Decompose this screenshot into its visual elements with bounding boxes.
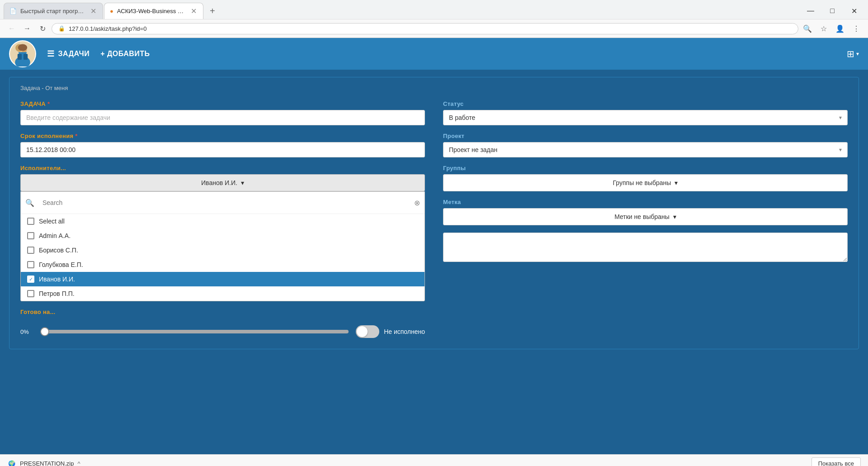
new-tab-button[interactable]: + [204, 3, 221, 19]
multiselect-container: Иванов И.И. ▾ 🔍 ⊗ [20, 174, 425, 301]
svg-rect-5 [24, 54, 28, 60]
browser-tab-2[interactable]: ● АСКИЗ-Web-Business v1.3 ✕ [104, 3, 203, 19]
clear-search-icon[interactable]: ⊗ [414, 199, 420, 207]
tasks-button[interactable]: ☰ ЗАДАЧИ [47, 49, 90, 59]
list-item[interactable]: Admin А.А. [21, 228, 425, 243]
list-item[interactable]: Петров П.П. [21, 286, 425, 301]
more-icon[interactable]: ⋮ [850, 22, 863, 35]
item-label-select-all: Select all [39, 218, 65, 225]
search-row: 🔍 ⊗ [21, 192, 425, 214]
item-label-admin: Admin А.А. [39, 232, 71, 239]
tab2-close-icon[interactable]: ✕ [191, 7, 197, 15]
checkbox-petrov[interactable] [27, 290, 34, 297]
deadline-input[interactable] [20, 142, 425, 157]
task-input[interactable] [20, 110, 425, 125]
add-button[interactable]: + ДОБАВИТЬ [100, 50, 150, 58]
performers-label: Исполнители... [20, 165, 425, 171]
browser-tab-1[interactable]: 📄 Быстрый старт программы Аск... ✕ [4, 3, 103, 19]
address-bar[interactable]: 🔒 127.0.0.1/askiz/task.php?id=0 [52, 23, 798, 34]
toggle-label: Не исполнено [384, 328, 425, 335]
account-icon[interactable]: 👤 [834, 22, 846, 35]
tags-group: Метка Метки не выбраны ▾ [443, 199, 848, 225]
checkbox-select-all[interactable] [27, 218, 34, 225]
download-icon: 🌍 [7, 459, 16, 466]
bottom-bar: 🌍 PRESENTATION.zip ^ Показать все [0, 454, 868, 466]
progress-section: 0% Не исполнено [20, 325, 425, 338]
download-filename: PRESENTATION.zip [20, 460, 74, 466]
project-label: Проект [443, 133, 848, 139]
grid-icon: ⊞ [847, 48, 854, 59]
list-item[interactable]: Select all [21, 214, 425, 228]
tab1-label: Быстрый старт программы Аск... [20, 8, 85, 14]
maximize-button[interactable]: □ [822, 4, 843, 18]
item-label-golubkova: Голубкова Е.П. [39, 261, 83, 268]
tab1-favicon: 📄 [9, 8, 17, 14]
progress-thumb[interactable] [40, 327, 49, 336]
project-select[interactable]: Проект не задан ▾ [443, 142, 848, 157]
search-browser-icon[interactable]: 🔍 [801, 22, 814, 35]
multiselect-button[interactable]: Иванов И.И. ▾ [20, 174, 425, 191]
breadcrumb: Задача - От меня [20, 85, 848, 91]
browser-actions: 🔍 ☆ 👤 ⋮ [801, 22, 863, 35]
tags-value: Метки не выбраны [614, 213, 670, 220]
tasks-icon: ☰ [47, 49, 55, 59]
reload-button[interactable]: ↻ [36, 22, 49, 35]
list-item-selected[interactable]: Иванов И.И. [21, 272, 425, 286]
search-input[interactable] [38, 195, 410, 210]
progress-bar[interactable] [41, 330, 349, 333]
dropdown-list: Select all Admin А.А. Борисов С.П. [21, 214, 425, 301]
app-header: ☰ ЗАДАЧИ + ДОБАВИТЬ ⊞ ▾ [0, 38, 868, 70]
description-group [443, 233, 848, 262]
item-label-borisov: Борисов С.П. [39, 247, 78, 254]
checkbox-ivanov[interactable] [27, 276, 34, 283]
tags-dropdown-icon: ▾ [673, 213, 676, 220]
grid-dropdown-icon: ▾ [856, 51, 859, 57]
main-content: Задача - От меня ЗАДАЧА * Срок исполнени… [0, 70, 868, 454]
tab1-close-icon[interactable]: ✕ [90, 7, 96, 15]
browser-titlebar: 📄 Быстрый старт программы Аск... ✕ ● АСК… [0, 0, 868, 19]
status-select[interactable]: В работе ▾ [443, 110, 848, 125]
right-column: Статус В работе ▾ Проект Проект не задан… [443, 100, 848, 338]
tasks-label: ЗАДАЧИ [58, 50, 90, 58]
project-group: Проект Проект не задан ▾ [443, 133, 848, 157]
tags-button[interactable]: Метки не выбраны ▾ [443, 208, 848, 225]
close-button[interactable]: ✕ [844, 4, 864, 18]
checkbox-golubkova[interactable] [27, 261, 34, 268]
add-label: + ДОБАВИТЬ [100, 50, 150, 58]
toggle-wrap: Не исполнено [356, 325, 425, 338]
checkbox-admin[interactable] [27, 232, 34, 239]
tags-label: Метка [443, 199, 848, 205]
list-item[interactable]: Голубкова Е.П. [21, 257, 425, 272]
description-textarea[interactable] [443, 233, 848, 262]
left-column: ЗАДАЧА * Срок исполнения * И [20, 100, 425, 338]
multiselect-dropdown: 🔍 ⊗ Select all [20, 191, 425, 301]
browser-chrome: 📄 Быстрый старт программы Аск... ✕ ● АСК… [0, 0, 868, 38]
item-label-petrov: Петров П.П. [39, 290, 75, 297]
star-icon[interactable]: ☆ [817, 22, 830, 35]
forward-button[interactable]: → [21, 22, 33, 35]
minimize-button[interactable]: — [800, 4, 821, 18]
svg-rect-4 [18, 54, 22, 60]
list-item[interactable]: Борисов С.П. [21, 243, 425, 257]
show-all-button[interactable]: Показать все [811, 457, 861, 466]
multiselect-arrow-icon: ▾ [241, 179, 244, 186]
search-icon: 🔍 [25, 199, 34, 207]
deadline-group: Срок исполнения * [20, 133, 425, 157]
form-card: Задача - От меня ЗАДАЧА * Срок исполнени… [9, 77, 859, 349]
task-group: ЗАДАЧА * [20, 100, 425, 125]
tab2-label: АСКИЗ-Web-Business v1.3 [117, 8, 185, 14]
progress-group: Готово на... 0% Не исполнено [20, 309, 425, 338]
status-dropdown-icon: ▾ [839, 114, 842, 121]
browser-tabs: 📄 Быстрый старт программы Аск... ✕ ● АСК… [4, 3, 221, 19]
svg-point-7 [18, 44, 28, 51]
grid-view-button[interactable]: ⊞ ▾ [847, 48, 859, 59]
deadline-required-mark: * [75, 133, 77, 139]
checkbox-borisov[interactable] [27, 247, 34, 254]
groups-button[interactable]: Группы не выбраны ▾ [443, 174, 848, 191]
completion-toggle[interactable] [356, 325, 379, 338]
groups-dropdown-icon: ▾ [675, 179, 678, 186]
download-chevron-icon: ^ [77, 460, 80, 466]
multiselect-value: Иванов И.И. [201, 179, 237, 186]
project-value: Проект не задан [449, 146, 497, 153]
back-button[interactable]: ← [5, 22, 18, 35]
